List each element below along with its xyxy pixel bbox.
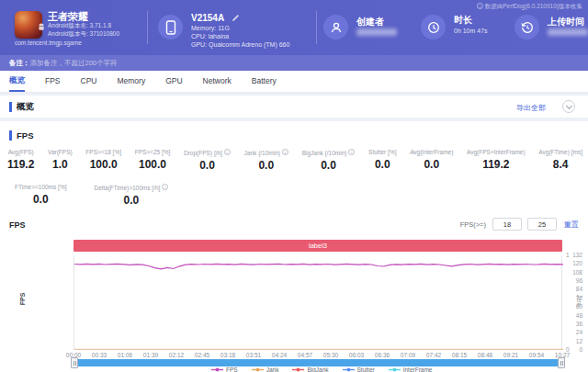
- tab-概览[interactable]: 概览: [9, 71, 25, 92]
- stat-value: 119.2: [7, 158, 34, 171]
- stat-value: 100.0: [85, 158, 121, 171]
- stat-value: 0.0: [368, 158, 396, 171]
- tab-network[interactable]: Network: [203, 71, 232, 92]
- legend-label: InterFrame: [403, 366, 433, 372]
- stat-cell: Var(FPS)1.0: [48, 149, 73, 172]
- x-tick-label: 02:12: [169, 352, 184, 358]
- x-tick-label: 00:33: [92, 352, 107, 358]
- stat-label: Jank (/10min)i: [244, 149, 288, 156]
- upload-history-icon: [521, 21, 534, 34]
- fps-threshold-controls: FPS(>=) 重置: [460, 218, 579, 231]
- x-tick-label: 03:18: [220, 352, 235, 358]
- chart-scrollbar[interactable]: [74, 359, 562, 366]
- legend-label: Stutter: [357, 366, 375, 372]
- edit-icon[interactable]: [232, 14, 240, 22]
- threshold-reset-link[interactable]: 重置: [564, 220, 579, 230]
- legend-marker: [252, 366, 264, 372]
- fps-stats-row-2: FTime>=100ms [%]0.0Delta(FTime)>100ms [/…: [15, 184, 168, 207]
- export-all-link[interactable]: 导出全部: [516, 103, 546, 113]
- tab-cpu[interactable]: CPU: [81, 71, 97, 92]
- legend-item-jank[interactable]: Jank: [252, 366, 279, 372]
- device-icon-circle: [158, 15, 183, 39]
- scrollbar-right-handle[interactable]: [558, 357, 565, 368]
- x-tick-label: 04:57: [298, 352, 312, 358]
- fps-line-chart: [74, 255, 562, 350]
- legend-item-fps[interactable]: FPS: [211, 366, 238, 372]
- section-accent-bar: [9, 102, 12, 112]
- android-icon: [38, 23, 45, 31]
- y-tick-label: 48: [576, 312, 582, 319]
- info-icon[interactable]: i: [224, 149, 231, 155]
- y-tick-label: 132: [572, 252, 582, 258]
- threshold-label: FPS(>=): [460, 220, 486, 229]
- remark-placeholder: 添加备注，不超过200个字符: [30, 59, 118, 67]
- person-icon: [330, 21, 343, 34]
- creator-value-redacted: [356, 28, 397, 36]
- stat-value: 0.0: [15, 193, 66, 206]
- collapse-button[interactable]: [562, 100, 575, 113]
- tab-memory[interactable]: Memory: [117, 71, 145, 92]
- upload-icon-circle: [514, 15, 539, 39]
- y-tick-label: 12: [576, 338, 582, 344]
- tab-gpu[interactable]: GPU: [165, 71, 182, 92]
- legend-item-bigjank[interactable]: BigJank: [292, 366, 328, 372]
- x-tick-label: 06:36: [375, 352, 390, 358]
- upload-label: 上传时间: [548, 16, 584, 28]
- x-tick-label: 01:39: [143, 352, 158, 358]
- x-tick-label: 02:45: [195, 352, 209, 358]
- creator-icon-circle: [323, 15, 348, 39]
- legend-item-stutter[interactable]: Stutter: [343, 366, 375, 372]
- tab-battery[interactable]: Battery: [252, 71, 277, 92]
- stat-cell: Delta(FTime)>100ms [/h]i0.0: [94, 184, 168, 207]
- info-icon[interactable]: i: [348, 149, 355, 155]
- legend-item-interframe[interactable]: InterFrame: [389, 366, 433, 372]
- stat-value: 0.0: [302, 159, 356, 172]
- y-tick-label: 72: [576, 295, 582, 301]
- clock-icon: [427, 21, 440, 34]
- remark-bar[interactable]: 备注：添加备注，不超过200个字符: [0, 55, 588, 71]
- x-tick-label: 05:30: [323, 352, 338, 358]
- info-icon[interactable]: i: [162, 184, 168, 190]
- perfdog-version-note: i 数据由PerfDog(6.0.210910)版本收集: [477, 3, 582, 11]
- stat-cell: FPS>=25 [%]100.0: [135, 149, 171, 172]
- upload-value-redacted: [548, 28, 588, 36]
- y-tick-label: 96: [576, 277, 582, 284]
- stat-label: FPS>=18 [%]: [85, 149, 121, 155]
- stat-label: Avg(FPS+InterFrame): [467, 149, 526, 155]
- device-name: V2154A: [191, 13, 224, 23]
- app-package: com.tencent.tmgp.sgame: [15, 39, 82, 46]
- divider: [147, 11, 148, 44]
- chart-legend: FPSJankBigJankStutterInterFrame: [211, 366, 542, 372]
- legend-marker: [292, 366, 304, 372]
- stat-value: 0.0: [94, 194, 168, 207]
- x-tick-label: 09:21: [503, 352, 518, 358]
- fps-chart-title: FPS: [9, 220, 26, 230]
- info-icon: i: [477, 3, 483, 9]
- y-tick-label: 36: [576, 321, 582, 327]
- device-memory: Memory: 11G: [191, 25, 230, 31]
- fps-card: FPS Avg(FPS)119.2Var(FPS)1.0FPS>=18 [%]1…: [0, 121, 588, 372]
- x-tick-label: 04:24: [272, 352, 287, 358]
- y-axis-title: FPS: [19, 293, 26, 306]
- info-icon[interactable]: i: [282, 149, 288, 155]
- legend-marker: [389, 366, 401, 372]
- stat-cell: Stutter [%]0.0: [368, 149, 396, 172]
- stat-cell: FTime>=100ms [%]0.0: [15, 184, 66, 207]
- stat-label: FPS>=25 [%]: [135, 149, 171, 155]
- report-header: 王者荣耀 Android版本名: 3.71.1.8 Android版本号: 37…: [0, 0, 588, 55]
- fps-stats-row: Avg(FPS)119.2Var(FPS)1.0FPS>=18 [%]100.0…: [7, 149, 582, 172]
- stat-cell: Avg(FPS+InterFrame)119.2: [467, 149, 526, 172]
- x-tick-label: 01:06: [118, 352, 132, 358]
- tab-fps[interactable]: FPS: [45, 71, 61, 92]
- divider: [316, 11, 317, 44]
- duration-icon-circle: [421, 15, 446, 39]
- scrollbar-left-handle[interactable]: [71, 357, 78, 368]
- threshold-low-input[interactable]: [492, 218, 522, 231]
- y-tick-label: 108: [572, 269, 582, 276]
- stat-label: Avg(FPS): [7, 149, 34, 155]
- threshold-high-input[interactable]: [527, 218, 557, 231]
- stat-value: 119.2: [467, 158, 526, 171]
- stat-cell: Avg(FTime) [ms]8.4: [538, 149, 582, 172]
- stat-cell: Avg(FPS)119.2: [7, 149, 34, 172]
- device-cpu: CPU: lahaina: [191, 33, 229, 39]
